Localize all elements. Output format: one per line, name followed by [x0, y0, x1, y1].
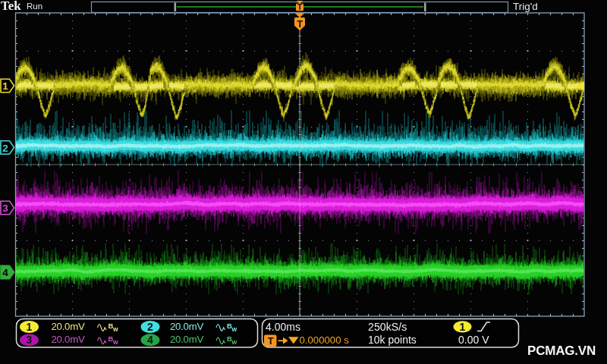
svg-text:T: T [297, 19, 303, 30]
svg-text:w: w [231, 338, 237, 346]
svg-text:0.00 V: 0.00 V [458, 334, 489, 346]
svg-text:PCMAG.VN: PCMAG.VN [527, 344, 596, 358]
svg-text:T: T [268, 335, 274, 347]
svg-text:w: w [112, 325, 118, 333]
svg-text:w: w [112, 338, 118, 346]
svg-text:250kS/s: 250kS/s [368, 321, 407, 333]
svg-text:1: 1 [2, 80, 8, 92]
svg-text:2: 2 [2, 143, 8, 154]
svg-text:4.00ms: 4.00ms [266, 321, 300, 333]
svg-text:20.0mV: 20.0mV [52, 334, 85, 345]
svg-text:4: 4 [147, 334, 153, 346]
svg-text:1: 1 [27, 321, 33, 333]
svg-text:10k points: 10k points [368, 334, 417, 346]
svg-text:4: 4 [2, 267, 8, 278]
svg-text:Tek: Tek [1, 0, 21, 13]
svg-text:20.0mV: 20.0mV [170, 321, 203, 332]
svg-text:20.0mV: 20.0mV [170, 334, 203, 345]
svg-text:3: 3 [27, 334, 33, 346]
svg-text:Run: Run [27, 2, 42, 11]
svg-text:Trig'd: Trig'd [513, 1, 538, 12]
svg-text:3: 3 [2, 202, 8, 214]
svg-text:T: T [297, 2, 303, 11]
svg-text:1: 1 [460, 321, 466, 333]
svg-text:0.000000 s: 0.000000 s [300, 334, 350, 346]
svg-text:20.0mV: 20.0mV [52, 321, 85, 332]
svg-text:w: w [231, 325, 237, 333]
svg-text:2: 2 [147, 321, 153, 333]
